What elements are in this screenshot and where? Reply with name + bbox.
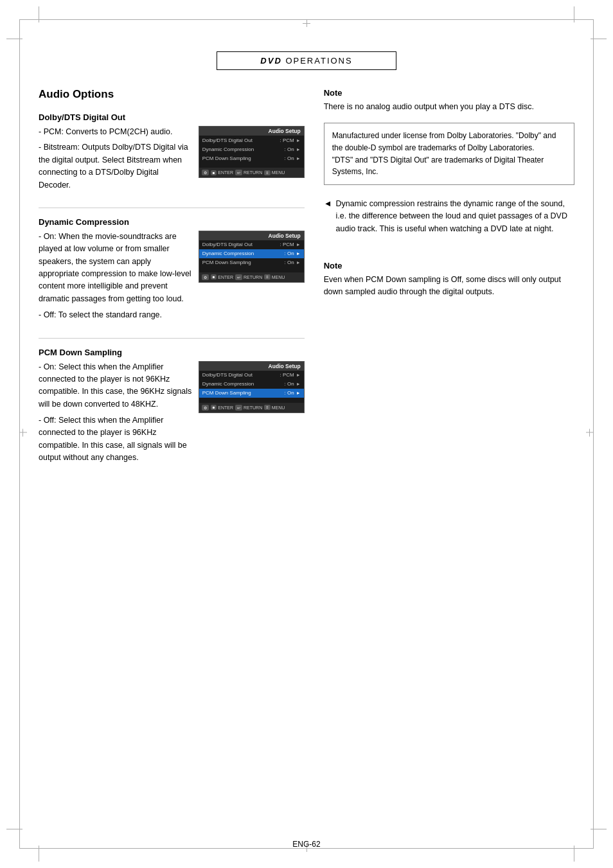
footer-item-gear-3: ⚙: [202, 405, 209, 411]
header-rest: Operations: [282, 56, 353, 66]
two-column-layout: Audio Options Dolby/DTS Digital Out - PC…: [39, 88, 574, 481]
page-number: ENG-62: [292, 840, 320, 849]
pcm-screen-row-2: Dynamic Compression : On ►: [199, 380, 304, 389]
dynamic-item-1: - On: When the movie-soundtracks are pla…: [39, 231, 192, 305]
header-text: DVD Operations: [230, 56, 383, 66]
pcm-screen: Audio Setup Dolby/DTS Digital Out : PCM …: [199, 361, 305, 413]
footer-item-enter-3: ■ ENTER: [211, 405, 233, 410]
dolby-text: - PCM: Converts to PCM(2CH) audio. - Bit…: [39, 126, 192, 195]
pcm-item-1: - On: Select this when the Amplifier con…: [39, 361, 192, 411]
crosshair-left: [19, 432, 27, 436]
pcm-section: PCM Down Sampling - On: Select this when…: [39, 348, 305, 468]
dolby-heading: Dolby/DTS Digital Out: [39, 112, 305, 122]
pcm-screen-title: Audio Setup: [199, 362, 304, 371]
main-content: DVD Operations Audio Options Dolby/DTS D…: [39, 51, 574, 829]
page-header: DVD Operations: [217, 51, 396, 70]
dolby-screen-footer: ⚙ ■ ENTER ↩ RETURN ≡: [199, 168, 304, 177]
dynamic-body: - On: When the movie-soundtracks are pla…: [39, 231, 305, 325]
pcm-note-label: Note: [324, 261, 574, 270]
dynamic-heading: Dynamic Compression: [39, 217, 305, 227]
crosshair-top: [303, 19, 310, 24]
footer-item-menu-3: ≡ MENU: [264, 405, 285, 410]
dynamic-screen-row-2: Dynamic Compression : On ►: [199, 249, 304, 258]
dynamic-screen-row-1: Dolby/DTS Digital Out : PCM ►: [199, 240, 304, 249]
footer-item-enter-2: ■ ENTER: [211, 274, 233, 279]
dolby-screen-row-2: Dynamic Compression : On ►: [199, 145, 304, 154]
corner-tick-br-v: [574, 846, 574, 862]
pcm-screen-row-3: PCM Down Sampling : On ►: [199, 389, 304, 398]
corner-tick-tl-h: [6, 39, 22, 39]
pcm-heading: PCM Down Sampling: [39, 348, 305, 357]
pcm-note-text: Even when PCM Down sampling is Off, some…: [324, 274, 574, 299]
footer-item-return-3: ↩ RETURN: [235, 405, 262, 411]
footer-item-return-2: ↩ RETURN: [235, 274, 262, 280]
dolby-screen-row-3: PCM Down Sampling : On ►: [199, 154, 304, 163]
corner-tick-bl-h: [6, 829, 22, 829]
dolby-screen-row-1: Dolby/DTS Digital Out : PCM ►: [199, 136, 304, 145]
dolby-note-text: There is no analog audio output when you…: [324, 101, 574, 113]
footer-item-enter: ■ ENTER: [211, 170, 233, 175]
footer-item-return: ↩ RETURN: [235, 170, 262, 175]
dynamic-screen-title: Audio Setup: [199, 231, 304, 240]
footer-item-gear: ⚙: [202, 170, 209, 175]
dolby-body: - PCM: Converts to PCM(2CH) audio. - Bit…: [39, 126, 305, 195]
left-column: Audio Options Dolby/DTS Digital Out - PC…: [39, 88, 317, 481]
corner-tick-tr-v: [574, 6, 574, 22]
divider-2: [39, 338, 305, 339]
corner-tick-bl-v: [39, 846, 39, 862]
corner-tick-tr-h: [591, 39, 607, 39]
pcm-body: - On: Select this when the Amplifier con…: [39, 361, 305, 468]
right-column: Note There is no analog audio output whe…: [317, 88, 574, 481]
dynamic-note: ◄ Dynamic compression restrains the dyna…: [324, 198, 574, 235]
info-box-text: Manufactured under license from Dolby La…: [332, 131, 556, 176]
dolby-screen-title: Audio Setup: [199, 127, 304, 136]
dolby-item-1: - PCM: Converts to PCM(2CH) audio.: [39, 126, 192, 138]
header-dvd: DVD: [260, 56, 281, 66]
dynamic-section: Dynamic Compression - On: When the movie…: [39, 217, 305, 325]
divider-1: [39, 208, 305, 208]
page-title: Audio Options: [39, 88, 305, 101]
pcm-text: - On: Select this when the Amplifier con…: [39, 361, 192, 468]
pcm-item-2: - Off: Select this when the Amplifier co…: [39, 414, 192, 465]
pcm-note: Note Even when PCM Down sampling is Off,…: [324, 261, 574, 299]
dynamic-text: - On: When the movie-soundtracks are pla…: [39, 231, 192, 325]
footer-item-menu: ≡ MENU: [264, 170, 285, 175]
crosshair-right: [586, 432, 594, 436]
corner-tick-tl-v: [39, 6, 39, 22]
footer-item-gear-2: ⚙: [202, 274, 209, 280]
footer-item-menu-2: ≡ MENU: [264, 274, 285, 279]
dolby-note-label: Note: [324, 88, 574, 98]
dynamic-note-arrow-icon: ◄: [324, 199, 332, 208]
dolby-item-2: - Bitstream: Outputs Dolby/DTS Digital v…: [39, 141, 192, 191]
pcm-screen-footer: ⚙ ■ ENTER ↩ RETURN ≡: [199, 403, 304, 412]
dolby-screen: Audio Setup Dolby/DTS Digital Out : PCM …: [199, 126, 305, 178]
corner-tick-br-h: [591, 829, 607, 829]
dynamic-screen-footer: ⚙ ■ ENTER ↩ RETURN ≡: [199, 272, 304, 282]
info-box: Manufactured under license from Dolby La…: [324, 123, 574, 184]
dynamic-note-text: Dynamic compression restrains the dynami…: [336, 198, 574, 235]
dynamic-item-2: - Off: To select the standard range.: [39, 309, 192, 321]
dolby-section: Dolby/DTS Digital Out - PCM: Converts to…: [39, 112, 305, 195]
dynamic-screen: Audio Setup Dolby/DTS Digital Out : PCM …: [199, 231, 305, 283]
dynamic-screen-row-3: PCM Down Sampling : On ►: [199, 258, 304, 267]
pcm-screen-row-1: Dolby/DTS Digital Out : PCM ►: [199, 371, 304, 380]
